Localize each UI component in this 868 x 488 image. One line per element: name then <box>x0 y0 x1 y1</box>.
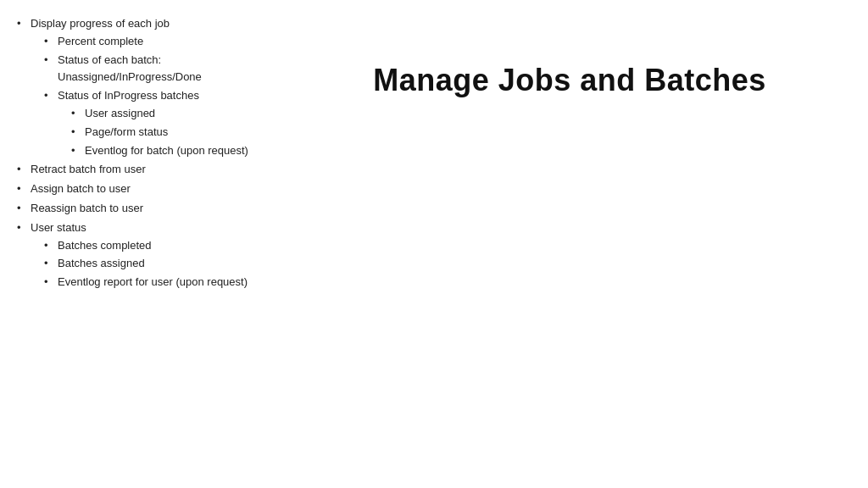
right-column: Manage Jobs and Batches <box>288 12 851 476</box>
list-item-5-2: Batches assigned <box>44 255 288 273</box>
list-item-5-1-label: Batches completed <box>58 239 152 252</box>
list-item-5-1: Batches completed <box>44 237 288 255</box>
list-item-1-3-3-label: Eventlog for batch (upon request) <box>85 144 248 157</box>
list-item-4-label: Reassign batch to user <box>31 202 143 214</box>
list-item-2-label: Retract batch from user <box>31 163 146 175</box>
list-item-2: Retract batch from user <box>17 161 288 179</box>
main-list: Display progress of each job Percent com… <box>17 15 288 291</box>
list-item-1: Display progress of each job Percent com… <box>17 15 288 159</box>
list-item-1-children: Percent complete Status of each batch: U… <box>44 33 288 160</box>
list-item-5-3: Eventlog report for user (upon request) <box>44 274 288 291</box>
list-item-1-1: Percent complete <box>44 33 288 51</box>
list-item-1-3: Status of InProgress batches User assign… <box>44 87 288 159</box>
list-item-1-3-1-label: User assigned <box>85 107 155 119</box>
list-item-5-3-label: Eventlog report for user (upon request) <box>58 275 248 288</box>
list-item-5-2-label: Batches assigned <box>58 257 145 269</box>
page-title: Manage Jobs and Batches <box>373 63 766 98</box>
list-item-3-label: Assign batch to user <box>31 182 131 195</box>
list-item-1-3-2-label: Page/form status <box>85 125 168 138</box>
list-item-5-label: User status <box>31 221 86 234</box>
list-item-1-3-label: Status of InProgress batches <box>58 89 199 102</box>
list-item-1-3-3: Eventlog for batch (upon request) <box>71 142 288 160</box>
list-item-4: Reassign batch to user <box>17 200 288 218</box>
list-item-3: Assign batch to user <box>17 180 288 198</box>
list-item-1-2: Status of each batch: Unassigned/InProgr… <box>44 52 288 87</box>
list-item-1-2-label: Status of each batch: Unassigned/InProgr… <box>58 53 202 84</box>
list-item-5-children: Batches completed Batches assigned Event… <box>44 237 288 291</box>
list-item-1-1-label: Percent complete <box>58 35 143 47</box>
list-item-5: User status Batches completed Batches as… <box>17 219 288 291</box>
left-column: Display progress of each job Percent com… <box>17 12 288 476</box>
list-item-1-3-children: User assigned Page/form status Eventlog … <box>71 105 288 159</box>
list-item-1-label: Display progress of each job <box>31 17 170 30</box>
list-item-1-3-2: Page/form status <box>71 124 288 141</box>
list-item-1-3-1: User assigned <box>71 105 288 123</box>
page-container: Display progress of each job Percent com… <box>0 0 868 488</box>
